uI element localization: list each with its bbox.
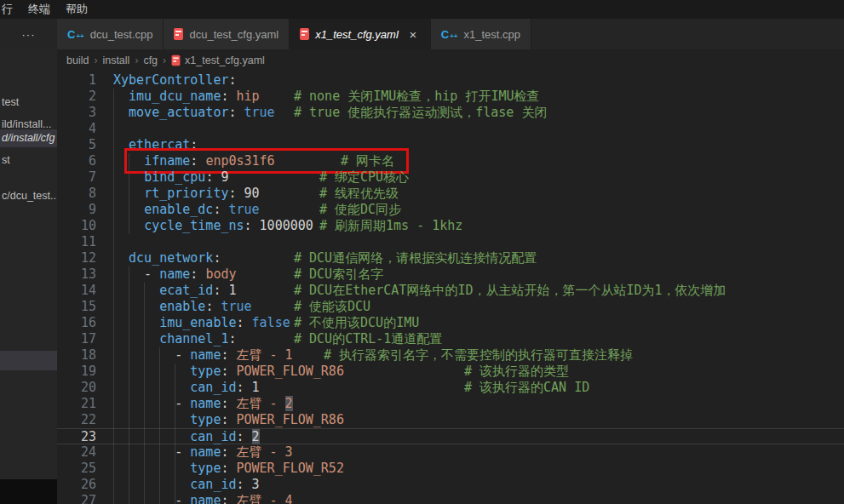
code-line[interactable]: 22 type: POWER_FLOW_R86	[57, 412, 844, 428]
code-line[interactable]: 16 imu_enable: false# 不使用该DCU的IMU	[57, 315, 844, 331]
code-text: ifname: enp0s31f6	[113, 153, 275, 169]
line-number: 11	[57, 234, 96, 250]
code-line[interactable]: 27 - name: 左臂 - 4	[57, 493, 844, 504]
code-text: dcu_network:	[113, 250, 221, 266]
line-number: 12	[57, 250, 96, 266]
code-comment: # DCU索引名字	[294, 266, 383, 283]
line-number: 7	[57, 169, 96, 186]
code-line[interactable]: 6 ifname: enp0s31f6# 网卡名	[57, 153, 844, 169]
code-text: cycle_time_ns: 1000000	[113, 218, 313, 234]
code-comment: # 使能该DCU	[294, 299, 370, 315]
code-line[interactable]: 8 rt_priority: 90# 线程优先级	[57, 186, 844, 202]
line-number: 2	[57, 89, 96, 105]
sidebar-panel: testild/install...d/install/cfgstc/dcu_t…	[0, 49, 57, 504]
menu-bar: 行终端帮助	[0, 0, 844, 19]
breadcrumb-item[interactable]: install	[102, 54, 129, 66]
code-comment: # DCU通信网络，请根据实机连接情况配置	[294, 250, 537, 266]
code-line[interactable]: 26 can_id: 3	[57, 477, 844, 493]
code-line[interactable]: 5 ethercat:	[57, 137, 844, 153]
chevron-right-icon: ›	[94, 54, 97, 66]
code-line[interactable]: 12 dcu_network:# DCU通信网络，请根据实机连接情况配置	[57, 250, 844, 266]
code-line[interactable]: 20 can_id: 1# 该执行器的CAN ID	[57, 380, 844, 396]
code-editor[interactable]: 1XyberController:2 imu_dcu_name: hip# no…	[57, 72, 844, 504]
yaml-icon	[172, 55, 181, 66]
code-text: can_id: 1	[113, 380, 260, 396]
list-item[interactable]: d/install/cfg	[0, 129, 57, 147]
code-comment: # 网卡名	[341, 153, 394, 169]
line-number: 5	[57, 137, 96, 153]
code-text: ecat_id: 1	[113, 283, 237, 299]
code-line[interactable]: 10 cycle_time_ns: 1000000# 刷新周期1ms - 1kh…	[57, 218, 844, 234]
code-line[interactable]: 13 - name: body# DCU索引名字	[57, 266, 844, 283]
tab-dcu_test.cpp[interactable]: C++dcu_test.cpp	[57, 19, 164, 49]
code-text: channel_1:	[113, 331, 237, 347]
code-comment: # 该执行器的CAN ID	[464, 380, 589, 396]
line-number: 10	[57, 218, 96, 234]
list-item[interactable]: test	[0, 94, 57, 112]
line-number: 15	[57, 299, 96, 315]
code-text: imu_enable: false	[113, 315, 290, 331]
list-item[interactable]: st	[0, 152, 57, 169]
code-text: enable: true	[113, 299, 252, 315]
menu-item-终端[interactable]: 终端	[20, 0, 58, 19]
code-text: bind_cpu: 9	[113, 169, 228, 186]
chevron-right-icon: ›	[163, 54, 166, 66]
code-line[interactable]: 1XyberController:	[57, 72, 844, 89]
code-line[interactable]: 23 can_id: 2	[57, 428, 844, 444]
breadcrumb-item[interactable]: cfg	[143, 54, 158, 66]
code-line[interactable]: 3 move_actuator: true# true 使能执行器运动测试，fl…	[57, 105, 844, 121]
code-line[interactable]: 2 imu_dcu_name: hip# none 关闭IMU检查，hip 打开…	[57, 89, 844, 105]
code-line[interactable]: 7 bind_cpu: 9# 绑定CPU核心	[57, 169, 844, 186]
code-comment: # 该执行器的类型	[464, 364, 569, 380]
code-comment: # true 使能执行器运动测试，flase 关闭	[294, 105, 547, 121]
code-text: - name: body	[113, 266, 237, 283]
tab-overflow-ellipsis[interactable]: ···	[0, 19, 57, 49]
tab-dcu_test_cfg.yaml[interactable]: dcu_test_cfg.yaml	[164, 19, 290, 49]
line-number: 18	[57, 347, 96, 364]
code-text: rt_priority: 90	[113, 186, 260, 202]
tab-label: dcu_test.cpp	[90, 28, 153, 41]
code-line[interactable]: 15 enable: true# 使能该DCU	[57, 299, 844, 315]
chevron-right-icon: ›	[135, 54, 138, 66]
code-line[interactable]: 19 type: POWER_FLOW_R86# 该执行器的类型	[57, 364, 844, 380]
code-text: enable_dc: true	[113, 202, 260, 218]
breadcrumb-file[interactable]: x1_test_cfg.yaml	[185, 54, 265, 66]
menu-item-帮助[interactable]: 帮助	[58, 0, 95, 19]
code-comment: # 不使用该DCU的IMU	[294, 315, 419, 331]
code-text: type: POWER_FLOW_R52	[113, 461, 344, 477]
code-comment: # 执行器索引名字，不需要控制的执行器可直接注释掉	[324, 347, 633, 364]
yaml-icon	[300, 28, 309, 40]
cpp-icon: C++	[441, 29, 458, 40]
code-line[interactable]: 21 - name: 左臂 - 2	[57, 396, 844, 412]
code-text: can_id: 3	[113, 477, 260, 493]
tab-x1_test_cfg.yaml[interactable]: x1_test_cfg.yaml×	[290, 19, 431, 49]
list-item[interactable]	[0, 351, 57, 370]
line-number: 20	[57, 380, 96, 396]
yaml-icon	[174, 28, 183, 40]
editor-tab-bar: ··· C++dcu_test.cppdcu_test_cfg.yamlx1_t…	[0, 19, 844, 49]
code-text: type: POWER_FLOW_R86	[113, 412, 344, 428]
code-line[interactable]: 17 channel_1:# DCU的CTRL-1通道配置	[57, 331, 844, 347]
line-number: 8	[57, 186, 96, 202]
breadcrumb-item[interactable]: build	[66, 54, 89, 66]
code-line[interactable]: 4	[57, 121, 844, 137]
code-comment: # 绑定CPU核心	[319, 169, 409, 186]
code-line[interactable]: 9 enable_dc: true# 使能DC同步	[57, 202, 844, 218]
code-line[interactable]: 18 - name: 左臂 - 1# 执行器索引名字，不需要控制的执行器可直接注…	[57, 347, 844, 364]
code-line[interactable]: 25 type: POWER_FLOW_R52	[57, 461, 844, 477]
line-number: 1	[57, 72, 96, 89]
list-item[interactable]: c/dcu_test...	[0, 187, 57, 205]
code-line[interactable]: 24 - name: 左臂 - 3	[57, 444, 844, 461]
close-icon[interactable]: ×	[406, 27, 420, 42]
code-text: type: POWER_FLOW_R86	[113, 364, 344, 380]
line-number: 14	[57, 283, 96, 299]
menu-item-run[interactable]: 行	[0, 0, 20, 19]
code-comment: # DCU的CTRL-1通道配置	[294, 331, 442, 347]
code-text: - name: 左臂 - 3	[113, 444, 293, 461]
code-line[interactable]: 11	[57, 234, 844, 250]
line-number: 19	[57, 364, 96, 380]
code-line[interactable]: 14 ecat_id: 1# DCU在EtherCAT网络中的ID，从主站开始，…	[57, 283, 844, 299]
sidebar-bottom-block	[0, 479, 57, 504]
tab-x1_test.cpp[interactable]: C++x1_test.cpp	[431, 19, 531, 49]
code-comment: # DCU在EtherCAT网络中的ID，从主站开始，第一个从站ID为1，依次增…	[294, 283, 726, 299]
